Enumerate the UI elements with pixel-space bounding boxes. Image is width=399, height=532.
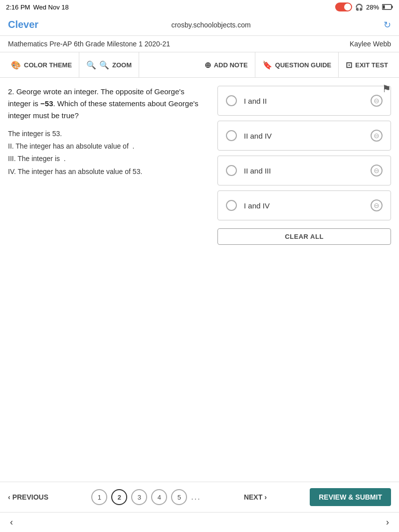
statement-2: II. The integer has an absolute value of… <box>8 140 200 153</box>
zoom-label: ZOOM <box>112 61 132 69</box>
page-indicators: 1 2 3 4 5 ... <box>91 489 200 505</box>
clear-all-button[interactable]: CLEAR ALL <box>217 228 391 245</box>
bottom-nav: ‹ PREVIOUS 1 2 3 4 5 ... NEXT › REVIEW &… <box>0 482 399 512</box>
zoom-button[interactable]: 🔍 🔍 ZOOM <box>79 52 139 77</box>
question-guide-label: QUESTION GUIDE <box>275 61 332 69</box>
statement-3: III. The integer is . <box>8 153 200 165</box>
toggle-icon <box>335 2 352 11</box>
flag-button[interactable]: ⚑ <box>382 83 391 95</box>
exit-icon: ⊡ <box>346 60 352 70</box>
zoom-search-icon: 🔍 <box>86 60 96 70</box>
forward-button[interactable]: › <box>386 517 389 528</box>
answer-option-3[interactable]: II and III ⊖ <box>217 156 391 185</box>
page-1[interactable]: 1 <box>91 489 107 505</box>
radio-4 <box>226 200 237 211</box>
toolbar: 🎨 COLOR THEME 🔍 🔍 ZOOM ⊕ ADD NOTE 🔖 QUES… <box>0 52 399 78</box>
status-day: Wed Nov 18 <box>33 3 68 11</box>
eliminate-btn-2[interactable]: ⊖ <box>371 130 383 142</box>
zoom-magnify-icon: 🔍 <box>99 60 109 70</box>
refresh-button[interactable]: ↻ <box>384 19 391 30</box>
svg-rect-2 <box>383 5 385 9</box>
statement-1: The integer is 53. <box>8 128 200 140</box>
question-area: 2. George wrote an integer. The opposite… <box>8 86 207 419</box>
page-5[interactable]: 5 <box>171 489 187 505</box>
color-theme-button[interactable]: 🎨 COLOR THEME <box>4 52 79 77</box>
browser-bar: ‹ › <box>0 512 399 532</box>
answer-area: ⚑ I and II ⊖ II and IV ⊖ II and III ⊖ <box>217 86 391 419</box>
radio-2 <box>226 130 237 141</box>
battery-percent: 28% <box>366 3 379 11</box>
review-submit-button[interactable]: REVIEW & SUBMIT <box>310 488 391 506</box>
status-time: 2:16 PM <box>6 3 30 11</box>
previous-label: PREVIOUS <box>12 493 48 501</box>
page-2[interactable]: 2 <box>111 489 127 505</box>
eliminate-btn-4[interactable]: ⊖ <box>371 199 383 211</box>
question-statements: The integer is 53. II. The integer has a… <box>8 128 200 178</box>
add-note-button[interactable]: ⊕ ADD NOTE <box>198 52 255 77</box>
eliminate-btn-1[interactable]: ⊖ <box>371 95 383 107</box>
answer-option-2[interactable]: II and IV ⊖ <box>217 121 391 151</box>
option-text-3: II and III <box>244 167 271 175</box>
next-button[interactable]: NEXT › <box>244 493 267 501</box>
top-nav: Clever crosby.schoolobjects.com ↻ <box>0 14 399 36</box>
palette-icon: 🎨 <box>11 60 21 70</box>
answer-option-4[interactable]: I and IV ⊖ <box>217 190 391 220</box>
add-note-label: ADD NOTE <box>214 61 248 69</box>
clever-logo[interactable]: Clever <box>8 19 38 30</box>
previous-button[interactable]: ‹ PREVIOUS <box>8 493 48 501</box>
color-theme-label: COLOR THEME <box>24 61 72 69</box>
page-dots: ... <box>191 493 200 502</box>
option-text-4: I and IV <box>244 201 270 210</box>
site-url: crosby.schoolobjects.com <box>171 21 250 29</box>
question-guide-button[interactable]: 🔖 QUESTION GUIDE <box>255 52 339 77</box>
status-bar: 2:16 PM Wed Nov 18 🎧 28% <box>0 0 399 14</box>
add-note-icon: ⊕ <box>204 60 211 70</box>
breadcrumb-bar: Mathematics Pre-AP 6th Grade Milestone 1… <box>0 36 399 52</box>
statement-4: IV. The integer has an absolute value of… <box>8 166 200 178</box>
answer-option-1[interactable]: I and II ⊖ <box>217 86 391 116</box>
headphone-icon: 🎧 <box>355 3 363 11</box>
guide-icon: 🔖 <box>262 60 272 70</box>
eliminate-btn-3[interactable]: ⊖ <box>371 165 383 177</box>
option-text-1: I and II <box>244 97 267 105</box>
prev-chevron-icon: ‹ <box>8 493 10 501</box>
radio-3 <box>226 165 237 176</box>
page-3[interactable]: 3 <box>131 489 147 505</box>
question-text: 2. George wrote an integer. The opposite… <box>8 86 200 122</box>
page-4[interactable]: 4 <box>151 489 167 505</box>
svg-rect-1 <box>392 6 393 8</box>
exit-test-label: EXIT TEST <box>355 61 388 69</box>
user-name: Kaylee Webb <box>350 40 391 48</box>
question-number: 2. <box>8 87 14 96</box>
exit-test-button[interactable]: ⊡ EXIT TEST <box>339 52 395 77</box>
breadcrumb-title: Mathematics Pre-AP 6th Grade Milestone 1… <box>8 40 170 48</box>
next-chevron-icon: › <box>264 493 267 501</box>
option-text-2: II and IV <box>244 132 272 140</box>
radio-1 <box>226 95 237 106</box>
battery-icon <box>382 4 393 10</box>
main-content: 2. George wrote an integer. The opposite… <box>0 78 399 427</box>
back-button[interactable]: ‹ <box>10 517 13 528</box>
next-label: NEXT <box>244 493 262 501</box>
